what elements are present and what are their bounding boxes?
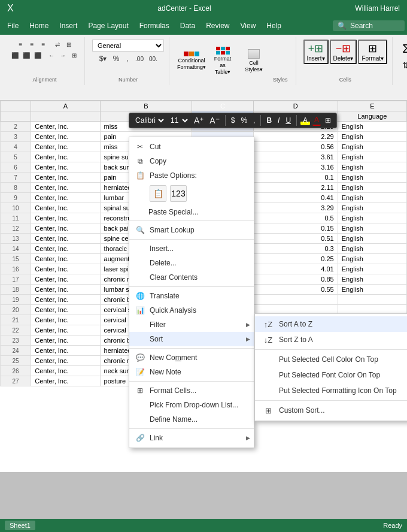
col-header-d[interactable]: D [253,101,338,111]
cell-company[interactable]: Center, Inc. [31,335,100,346]
sort-z-to-a[interactable]: ↓Z Sort Z to A [255,332,407,347]
cell-max-bid[interactable]: 0.55 [253,285,338,295]
mini-border-btn[interactable]: ⊞ [323,116,333,125]
col-header-b[interactable]: B [100,101,192,111]
ctx-clear-contents[interactable]: Clear Contents [129,270,254,285]
merge-btn[interactable]: ⊞ [63,40,74,49]
menu-review[interactable]: Review [201,19,234,32]
mini-comma-btn[interactable]: , [251,116,257,125]
ctx-filter[interactable]: Filter [129,318,254,332]
align-left-btn[interactable]: ⬛ [10,50,20,60]
cell-max-bid[interactable]: 0.15 [253,223,338,234]
cell-max-bid[interactable] [253,295,338,305]
number-format-select[interactable]: General [92,40,164,52]
percent-btn[interactable]: % [110,54,122,64]
ctx-new-note[interactable]: 📝 New Note [129,365,254,379]
cell-language[interactable]: English [338,213,406,223]
ctx-format-cells[interactable]: ⊞ Format Cells... [129,383,254,398]
cell-company[interactable]: Center, Inc. [31,295,100,305]
cell-company[interactable]: Center, Inc. [31,142,100,152]
menu-view[interactable]: View [236,19,261,32]
cell-language[interactable]: English [338,162,406,173]
indent-increase-btn[interactable]: → [57,50,68,60]
cell-max-bid[interactable]: 0.5 [253,213,338,223]
sort-format-icon[interactable]: Put Selected Formatting Icon On Top [255,383,407,398]
sort-a-to-z[interactable]: ↑Z Sort A to Z [255,316,407,332]
cell-language[interactable]: English [338,234,406,244]
cell-language[interactable]: English [338,142,406,152]
cell-company[interactable]: Center, Inc. [31,254,100,264]
cell-language[interactable]: English [338,203,406,213]
cell-company[interactable]: Center, Inc. [31,346,100,356]
ctx-paste-special[interactable]: Paste Special... [129,205,254,219]
delete-btn[interactable]: −⊞ Delete▾ [330,40,357,64]
cell-language[interactable]: English [338,183,406,193]
cell-company[interactable]: Center, Inc. [31,356,100,366]
menu-insert[interactable]: Insert [54,19,82,32]
cell-max-bid[interactable]: 0.3 [253,244,338,254]
cell-max-bid[interactable]: 0.56 [253,142,338,152]
cell-language[interactable]: English [338,254,406,264]
col-header-e[interactable]: E [338,101,406,111]
currency-btn[interactable]: $▾ [96,54,110,64]
ctx-copy[interactable]: ⧉ Copy [129,154,254,168]
menu-page-layout[interactable]: Page Layout [83,19,133,32]
cell-company[interactable]: Center, Inc. [31,173,100,183]
sort-filter-btn[interactable]: ⇅ [400,58,407,72]
col-header-c[interactable]: C [192,101,253,111]
menu-data[interactable]: Data [175,19,200,32]
mini-currency-btn[interactable]: $ [229,116,237,125]
cell-company[interactable]: Center, Inc. [31,132,100,142]
format-btn[interactable]: ⊞ Format▾ [358,40,387,64]
cell-company[interactable]: Center, Inc. [31,152,100,162]
autosum-btn[interactable]: Σ [400,40,407,58]
search-box[interactable]: 🔍 Search [333,20,405,31]
cell-company[interactable]: Center, Inc. [31,285,100,295]
sort-cell-color[interactable]: Put Selected Cell Color On Top [255,352,407,367]
menu-file[interactable]: File [2,19,23,32]
cell-language[interactable]: English [338,244,406,254]
menu-home[interactable]: Home [25,19,53,32]
wrap-text-btn[interactable]: ⇌ [52,40,63,49]
align-top-center-btn[interactable]: ≡ [27,40,38,49]
cell-max-bid[interactable]: 0.25 [253,254,338,264]
align-center-btn[interactable]: ⬛ [21,50,32,60]
mini-highlight-btn[interactable]: A [300,116,310,125]
cell-language[interactable]: English [338,122,406,132]
cell-language[interactable]: English [338,223,406,234]
ctx-smart-lookup[interactable]: 🔍 Smart Lookup [129,223,254,237]
comma-btn[interactable]: , [123,54,132,64]
border-btn[interactable]: ⊞ [69,50,80,60]
mini-fontcolor-btn[interactable]: A [312,115,321,126]
cell-company[interactable]: Center, Inc. [31,274,100,285]
ctx-translate[interactable]: 🌐 Translate [129,289,254,303]
cell-max-bid[interactable]: 2.29 [253,132,338,142]
align-top-left-btn[interactable]: ≡ [16,40,26,49]
cell-max-bid[interactable]: 3.61 [253,152,338,162]
cell-max-bid[interactable]: 0.1 [253,173,338,183]
cell-company[interactable]: Center, Inc. [31,162,100,173]
ctx-pick-dropdown[interactable]: Pick From Drop-down List... [129,398,254,412]
paste-default-btn[interactable]: 📋 [150,185,166,202]
insert-btn[interactable]: +⊞ Insert▾ [303,40,329,64]
sort-font-color[interactable]: Put Selected Font Color On Top [255,367,407,383]
mini-size-select[interactable]: 11 [168,116,190,125]
cell-language[interactable]: English [338,173,406,183]
cell-company[interactable]: Center, Inc. [31,315,100,325]
cell-company[interactable]: Center, Inc. [31,244,100,254]
menu-help[interactable]: Help [262,19,286,32]
cell-styles-btn[interactable]: CellStyles▾ [239,40,269,82]
cell-company[interactable]: Center, Inc. [31,203,100,213]
cell-company[interactable]: Center, Inc. [31,213,100,223]
paste-values-btn[interactable]: 123 [170,185,187,202]
sheet-tab[interactable]: Sheet1 [5,521,35,530]
ctx-new-comment[interactable]: 💬 New Comment [129,350,254,365]
cell-max-bid[interactable]: 0.41 [253,193,338,203]
mini-font-select[interactable]: Calibri [133,116,166,125]
cell-company[interactable]: Center, Inc. [31,366,100,376]
mini-shrink-font-btn[interactable]: A⁻ [208,115,221,126]
cell-company[interactable]: Center, Inc. [31,183,100,193]
cell-max-bid[interactable]: 0.85 [253,274,338,285]
ctx-quick-analysis[interactable]: 📊 Quick Analysis [129,303,254,318]
cell-company[interactable]: Center, Inc. [31,122,100,132]
